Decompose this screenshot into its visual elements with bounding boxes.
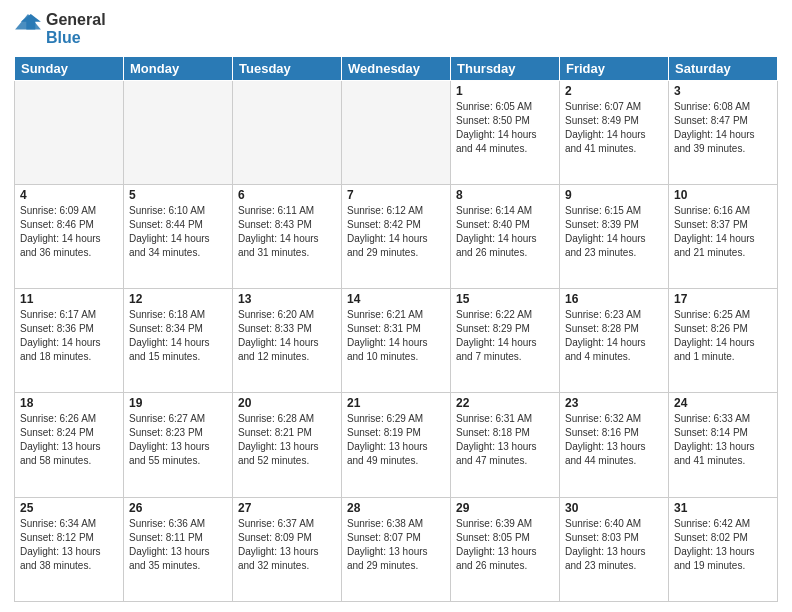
day-cell: 20Sunrise: 6:28 AMSunset: 8:21 PMDayligh… (233, 393, 342, 497)
week-row-1: 1Sunrise: 6:05 AMSunset: 8:50 PMDaylight… (15, 80, 778, 184)
day-cell: 21Sunrise: 6:29 AMSunset: 8:19 PMDayligh… (342, 393, 451, 497)
day-cell (15, 80, 124, 184)
day-number: 20 (238, 396, 336, 410)
day-info: Sunrise: 6:10 AMSunset: 8:44 PMDaylight:… (129, 204, 227, 260)
day-info: Sunrise: 6:37 AMSunset: 8:09 PMDaylight:… (238, 517, 336, 573)
day-info: Sunrise: 6:05 AMSunset: 8:50 PMDaylight:… (456, 100, 554, 156)
day-info: Sunrise: 6:14 AMSunset: 8:40 PMDaylight:… (456, 204, 554, 260)
day-cell: 1Sunrise: 6:05 AMSunset: 8:50 PMDaylight… (451, 80, 560, 184)
day-info: Sunrise: 6:31 AMSunset: 8:18 PMDaylight:… (456, 412, 554, 468)
day-number: 5 (129, 188, 227, 202)
day-number: 6 (238, 188, 336, 202)
day-number: 14 (347, 292, 445, 306)
day-info: Sunrise: 6:17 AMSunset: 8:36 PMDaylight:… (20, 308, 118, 364)
day-cell: 31Sunrise: 6:42 AMSunset: 8:02 PMDayligh… (669, 497, 778, 601)
day-info: Sunrise: 6:39 AMSunset: 8:05 PMDaylight:… (456, 517, 554, 573)
day-info: Sunrise: 6:12 AMSunset: 8:42 PMDaylight:… (347, 204, 445, 260)
day-cell: 15Sunrise: 6:22 AMSunset: 8:29 PMDayligh… (451, 289, 560, 393)
day-number: 26 (129, 501, 227, 515)
day-number: 4 (20, 188, 118, 202)
day-cell: 19Sunrise: 6:27 AMSunset: 8:23 PMDayligh… (124, 393, 233, 497)
day-cell: 8Sunrise: 6:14 AMSunset: 8:40 PMDaylight… (451, 185, 560, 289)
col-header-thursday: Thursday (451, 56, 560, 80)
header: General Blue (14, 10, 778, 48)
day-info: Sunrise: 6:28 AMSunset: 8:21 PMDaylight:… (238, 412, 336, 468)
calendar-table: SundayMondayTuesdayWednesdayThursdayFrid… (14, 56, 778, 602)
day-cell: 24Sunrise: 6:33 AMSunset: 8:14 PMDayligh… (669, 393, 778, 497)
day-cell (233, 80, 342, 184)
week-row-5: 25Sunrise: 6:34 AMSunset: 8:12 PMDayligh… (15, 497, 778, 601)
day-cell: 22Sunrise: 6:31 AMSunset: 8:18 PMDayligh… (451, 393, 560, 497)
day-cell: 3Sunrise: 6:08 AMSunset: 8:47 PMDaylight… (669, 80, 778, 184)
day-cell (124, 80, 233, 184)
week-row-2: 4Sunrise: 6:09 AMSunset: 8:46 PMDaylight… (15, 185, 778, 289)
col-header-friday: Friday (560, 56, 669, 80)
day-info: Sunrise: 6:20 AMSunset: 8:33 PMDaylight:… (238, 308, 336, 364)
day-number: 28 (347, 501, 445, 515)
day-number: 16 (565, 292, 663, 306)
col-header-wednesday: Wednesday (342, 56, 451, 80)
day-cell: 18Sunrise: 6:26 AMSunset: 8:24 PMDayligh… (15, 393, 124, 497)
day-cell: 25Sunrise: 6:34 AMSunset: 8:12 PMDayligh… (15, 497, 124, 601)
day-cell: 23Sunrise: 6:32 AMSunset: 8:16 PMDayligh… (560, 393, 669, 497)
day-cell: 14Sunrise: 6:21 AMSunset: 8:31 PMDayligh… (342, 289, 451, 393)
day-info: Sunrise: 6:27 AMSunset: 8:23 PMDaylight:… (129, 412, 227, 468)
day-number: 19 (129, 396, 227, 410)
col-header-tuesday: Tuesday (233, 56, 342, 80)
day-cell: 2Sunrise: 6:07 AMSunset: 8:49 PMDaylight… (560, 80, 669, 184)
day-cell (342, 80, 451, 184)
day-number: 29 (456, 501, 554, 515)
day-info: Sunrise: 6:22 AMSunset: 8:29 PMDaylight:… (456, 308, 554, 364)
day-info: Sunrise: 6:36 AMSunset: 8:11 PMDaylight:… (129, 517, 227, 573)
day-number: 10 (674, 188, 772, 202)
day-number: 31 (674, 501, 772, 515)
day-number: 3 (674, 84, 772, 98)
day-cell: 11Sunrise: 6:17 AMSunset: 8:36 PMDayligh… (15, 289, 124, 393)
day-cell: 26Sunrise: 6:36 AMSunset: 8:11 PMDayligh… (124, 497, 233, 601)
day-number: 22 (456, 396, 554, 410)
day-cell: 4Sunrise: 6:09 AMSunset: 8:46 PMDaylight… (15, 185, 124, 289)
day-cell: 6Sunrise: 6:11 AMSunset: 8:43 PMDaylight… (233, 185, 342, 289)
day-info: Sunrise: 6:32 AMSunset: 8:16 PMDaylight:… (565, 412, 663, 468)
day-number: 30 (565, 501, 663, 515)
day-info: Sunrise: 6:40 AMSunset: 8:03 PMDaylight:… (565, 517, 663, 573)
col-header-saturday: Saturday (669, 56, 778, 80)
day-info: Sunrise: 6:33 AMSunset: 8:14 PMDaylight:… (674, 412, 772, 468)
day-info: Sunrise: 6:29 AMSunset: 8:19 PMDaylight:… (347, 412, 445, 468)
day-cell: 13Sunrise: 6:20 AMSunset: 8:33 PMDayligh… (233, 289, 342, 393)
day-number: 15 (456, 292, 554, 306)
week-row-4: 18Sunrise: 6:26 AMSunset: 8:24 PMDayligh… (15, 393, 778, 497)
day-info: Sunrise: 6:11 AMSunset: 8:43 PMDaylight:… (238, 204, 336, 260)
day-info: Sunrise: 6:16 AMSunset: 8:37 PMDaylight:… (674, 204, 772, 260)
day-number: 23 (565, 396, 663, 410)
day-number: 13 (238, 292, 336, 306)
day-cell: 7Sunrise: 6:12 AMSunset: 8:42 PMDaylight… (342, 185, 451, 289)
day-number: 25 (20, 501, 118, 515)
day-cell: 5Sunrise: 6:10 AMSunset: 8:44 PMDaylight… (124, 185, 233, 289)
day-info: Sunrise: 6:25 AMSunset: 8:26 PMDaylight:… (674, 308, 772, 364)
logo-general: General (46, 11, 106, 29)
day-number: 27 (238, 501, 336, 515)
week-row-3: 11Sunrise: 6:17 AMSunset: 8:36 PMDayligh… (15, 289, 778, 393)
day-info: Sunrise: 6:07 AMSunset: 8:49 PMDaylight:… (565, 100, 663, 156)
day-number: 11 (20, 292, 118, 306)
day-cell: 17Sunrise: 6:25 AMSunset: 8:26 PMDayligh… (669, 289, 778, 393)
day-number: 21 (347, 396, 445, 410)
day-info: Sunrise: 6:21 AMSunset: 8:31 PMDaylight:… (347, 308, 445, 364)
day-info: Sunrise: 6:38 AMSunset: 8:07 PMDaylight:… (347, 517, 445, 573)
logo-svg (14, 10, 42, 38)
day-info: Sunrise: 6:42 AMSunset: 8:02 PMDaylight:… (674, 517, 772, 573)
day-cell: 12Sunrise: 6:18 AMSunset: 8:34 PMDayligh… (124, 289, 233, 393)
logo: General Blue (14, 10, 106, 48)
calendar-body: 1Sunrise: 6:05 AMSunset: 8:50 PMDaylight… (15, 80, 778, 601)
day-info: Sunrise: 6:08 AMSunset: 8:47 PMDaylight:… (674, 100, 772, 156)
day-number: 1 (456, 84, 554, 98)
day-number: 7 (347, 188, 445, 202)
day-cell: 10Sunrise: 6:16 AMSunset: 8:37 PMDayligh… (669, 185, 778, 289)
page: General Blue SundayMondayTuesdayWednesda… (0, 0, 792, 612)
day-cell: 30Sunrise: 6:40 AMSunset: 8:03 PMDayligh… (560, 497, 669, 601)
day-info: Sunrise: 6:23 AMSunset: 8:28 PMDaylight:… (565, 308, 663, 364)
calendar-header: SundayMondayTuesdayWednesdayThursdayFrid… (15, 56, 778, 80)
day-cell: 27Sunrise: 6:37 AMSunset: 8:09 PMDayligh… (233, 497, 342, 601)
day-number: 12 (129, 292, 227, 306)
